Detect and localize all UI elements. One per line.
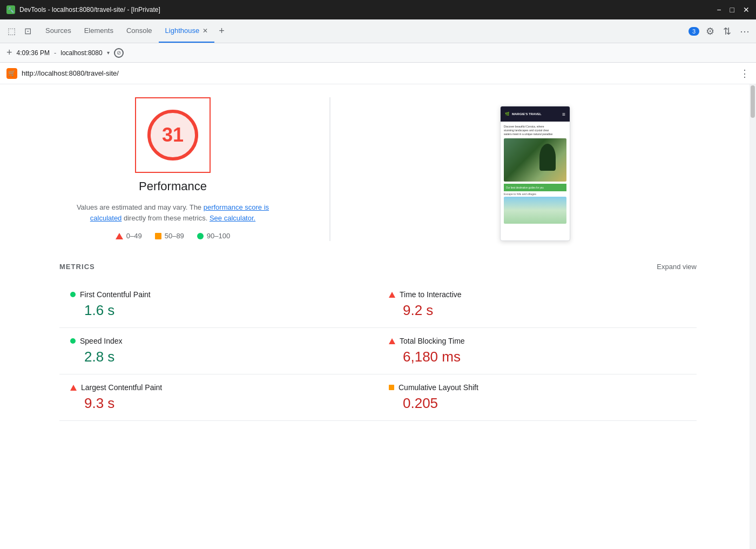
metric-tbt: Total Blocking Time 6,180 ms bbox=[378, 328, 697, 374]
title-bar-text: DevTools - localhost:8080/travel-site/ -… bbox=[19, 6, 160, 14]
metric-lcp: Largest Contentful Paint 9.3 s bbox=[59, 374, 378, 421]
metric-si: Speed Index 2.8 s bbox=[59, 328, 378, 374]
score-left: 31 Performance Values are estimated and … bbox=[59, 97, 286, 240]
metrics-title: METRICS bbox=[59, 263, 95, 271]
url-bar: 🛒 http://localhost:8080/travel-site/ ⋮ bbox=[0, 63, 756, 84]
metric-tti-status-icon bbox=[389, 292, 395, 298]
legend-average-range: 50–89 bbox=[165, 232, 184, 240]
score-gauge-container: 31 bbox=[135, 97, 211, 173]
metric-tbt-header: Total Blocking Time bbox=[389, 337, 686, 345]
address-time: 4:09:36 PM bbox=[17, 49, 50, 57]
address-stop-icon[interactable]: ⊘ bbox=[114, 48, 124, 58]
tab-sources-label: Sources bbox=[45, 26, 71, 35]
address-add-icon[interactable]: + bbox=[6, 47, 12, 58]
legend-fail: 0–49 bbox=[116, 232, 142, 240]
tab-lighthouse[interactable]: Lighthouse ✕ bbox=[159, 19, 215, 43]
metric-si-name: Speed Index bbox=[80, 337, 123, 345]
metric-fcp-value: 1.6 s bbox=[70, 302, 367, 319]
tab-elements-label: Elements bbox=[84, 26, 113, 35]
more-menu-icon[interactable]: ⋯ bbox=[738, 23, 752, 39]
metric-lcp-name: Largest Contentful Paint bbox=[81, 383, 162, 392]
devtools-icon: 🔧 bbox=[6, 5, 15, 14]
page-favicon: 🛒 bbox=[6, 68, 17, 79]
add-tab-button[interactable]: + bbox=[214, 19, 229, 43]
tab-bar-icons: ⬚ ⊡ bbox=[4, 19, 35, 43]
preview-tree bbox=[539, 144, 556, 171]
preview-headline: Discover beautiful Corsica, where stunni… bbox=[504, 125, 566, 136]
score-legend: 0–49 50–89 90–100 bbox=[116, 232, 230, 240]
metric-lcp-value: 9.3 s bbox=[70, 395, 367, 412]
preview-headline-2: stunning landscapes and crystal clear bbox=[504, 129, 549, 132]
metric-cls-name: Cumulative Layout Shift bbox=[399, 383, 478, 392]
legend-fail-range: 0–49 bbox=[126, 232, 142, 240]
devtools-tabs: Sources Elements Console Lighthouse ✕ + bbox=[39, 19, 688, 43]
dock-icon[interactable]: ⬚ bbox=[4, 23, 19, 39]
expand-view-button[interactable]: Expand view bbox=[657, 263, 697, 271]
title-bar: 🔧 DevTools - localhost:8080/travel-site/… bbox=[0, 0, 756, 19]
calculator-link[interactable]: See calculator. bbox=[210, 214, 255, 222]
preview-green-band: Our best destination guides for you bbox=[504, 184, 566, 191]
lighthouse-report: 31 Performance Values are estimated and … bbox=[0, 84, 756, 549]
sync-icon[interactable]: ⇅ bbox=[721, 23, 733, 39]
score-right: 🌿 MARGIE'S TRAVEL ≡ Discover beautiful C… bbox=[374, 97, 697, 241]
title-bar-left: 🔧 DevTools - localhost:8080/travel-site/… bbox=[6, 5, 160, 14]
score-number: 31 bbox=[162, 124, 184, 146]
metric-si-value: 2.8 s bbox=[70, 349, 367, 365]
tab-lighthouse-label: Lighthouse bbox=[165, 26, 200, 35]
metric-fcp-status-icon bbox=[70, 292, 76, 297]
preview-site-title: MARGIE'S TRAVEL bbox=[512, 112, 542, 116]
scrollbar[interactable] bbox=[750, 84, 756, 549]
tab-sources[interactable]: Sources bbox=[39, 19, 78, 43]
settings-icon[interactable]: ⚙ bbox=[704, 23, 717, 39]
tab-console[interactable]: Console bbox=[120, 19, 159, 43]
close-button[interactable]: ✕ bbox=[743, 5, 750, 14]
tab-elements[interactable]: Elements bbox=[78, 19, 120, 43]
metric-lcp-status-icon bbox=[70, 385, 77, 391]
metric-tti-value: 9.2 s bbox=[389, 302, 686, 319]
inspect-icon[interactable]: ⊡ bbox=[21, 23, 35, 39]
tab-lighthouse-close[interactable]: ✕ bbox=[202, 27, 208, 35]
metric-fcp-header: First Contentful Paint bbox=[70, 290, 367, 299]
minimize-button[interactable]: − bbox=[717, 5, 721, 14]
preview-header: 🌿 MARGIE'S TRAVEL ≡ bbox=[501, 106, 570, 122]
notification-badge[interactable]: 3 bbox=[688, 27, 699, 36]
url-text[interactable]: http://localhost:8080/travel-site/ bbox=[22, 69, 735, 77]
section-divider bbox=[329, 97, 330, 241]
legend-fail-icon bbox=[116, 233, 123, 239]
legend-pass-icon bbox=[197, 233, 204, 239]
preview-headline-3: waters meet in a unique natural paradise bbox=[504, 132, 552, 136]
metric-cls-header: Cumulative Layout Shift bbox=[389, 383, 686, 392]
metric-cls-value: 0.205 bbox=[389, 395, 686, 412]
metric-lcp-header: Largest Contentful Paint bbox=[70, 383, 367, 392]
restore-button[interactable]: □ bbox=[730, 5, 734, 14]
url-more-icon[interactable]: ⋮ bbox=[740, 68, 750, 79]
preview-menu-icon: ≡ bbox=[562, 111, 565, 117]
site-preview: 🌿 MARGIE'S TRAVEL ≡ Discover beautiful C… bbox=[500, 106, 570, 241]
tab-bar-actions: 3 ⚙ ⇅ ⋯ bbox=[688, 19, 756, 43]
scrollbar-thumb[interactable] bbox=[751, 85, 755, 118]
preview-logo: 🌿 bbox=[505, 112, 510, 116]
preview-sub-text: Escape to hills and villages bbox=[504, 192, 566, 196]
metric-tbt-status-icon bbox=[389, 338, 395, 344]
address-separator: - bbox=[54, 49, 56, 57]
preview-body: Discover beautiful Corsica, where stunni… bbox=[501, 122, 570, 227]
preview-landscape-image bbox=[504, 138, 566, 182]
metrics-section: METRICS Expand view First Contentful Pai… bbox=[59, 263, 697, 421]
devtools-tab-bar: ⬚ ⊡ Sources Elements Console Lighthouse … bbox=[0, 19, 756, 43]
score-description: Values are estimated and may vary. The p… bbox=[70, 202, 275, 223]
metric-cls: Cumulative Layout Shift 0.205 bbox=[378, 374, 697, 421]
preview-green-text: Our best destination guides for you bbox=[506, 186, 544, 189]
address-dropdown-icon[interactable]: ▾ bbox=[107, 50, 110, 56]
metric-tti-name: Time to Interactive bbox=[400, 290, 462, 299]
legend-pass-range: 90–100 bbox=[207, 232, 230, 240]
preview-sky-image bbox=[504, 197, 566, 224]
preview-headline-1: Discover beautiful Corsica, where bbox=[504, 125, 544, 128]
metrics-grid: First Contentful Paint 1.6 s Time to Int… bbox=[59, 282, 697, 421]
metrics-header: METRICS Expand view bbox=[59, 263, 697, 271]
score-gauge: 31 bbox=[143, 105, 202, 165]
metric-fcp: First Contentful Paint 1.6 s bbox=[59, 282, 378, 328]
legend-average: 50–89 bbox=[155, 232, 184, 240]
score-section: 31 Performance Values are estimated and … bbox=[59, 97, 697, 241]
metric-tti: Time to Interactive 9.2 s bbox=[378, 282, 697, 328]
legend-average-icon bbox=[155, 233, 161, 239]
